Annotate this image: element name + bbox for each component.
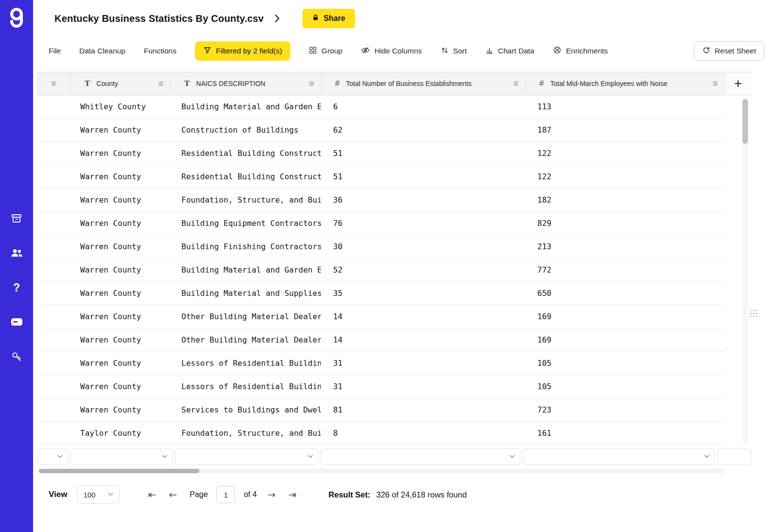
naics-description-cell[interactable]: Foundation, Structure, and Building Exte…: [170, 189, 321, 211]
establishments-cell[interactable]: 36: [321, 189, 525, 211]
table-row[interactable]: Warren County Construction of Buildings …: [36, 119, 725, 142]
data-cleanup-menu[interactable]: Data Cleanup: [79, 47, 125, 55]
add-column-button[interactable]: +: [725, 72, 751, 95]
table-row[interactable]: Whitley County Building Material and Gar…: [36, 95, 725, 119]
reset-sheet-button[interactable]: Reset Sheet: [694, 41, 764, 61]
share-button[interactable]: Share: [302, 9, 354, 28]
naics-description-cell[interactable]: Lessors of Residential Buildings: [170, 352, 321, 375]
functions-menu[interactable]: Functions: [144, 47, 177, 55]
employees-cell[interactable]: 650: [525, 282, 725, 305]
establishments-cell[interactable]: 62: [321, 119, 525, 141]
row-handle-cell[interactable]: [36, 375, 71, 398]
table-row[interactable]: Warren County Building Material and Supp…: [36, 282, 725, 305]
naics-description-cell[interactable]: Residential Building Construction: [170, 142, 321, 165]
county-cell[interactable]: Whitley County: [71, 95, 170, 118]
county-cell[interactable]: Warren County: [71, 142, 170, 165]
table-row[interactable]: Warren County Residential Building Const…: [36, 142, 725, 165]
naics-description-cell[interactable]: Building Material and Garden Equipment D…: [170, 258, 321, 281]
row-handle-cell[interactable]: [36, 328, 71, 351]
employees-cell[interactable]: 122: [525, 165, 725, 188]
horizontal-scrollbar[interactable]: [38, 469, 725, 473]
row-handle-cell[interactable]: [36, 352, 71, 375]
filter-select-next[interactable]: [717, 448, 751, 465]
employees-cell[interactable]: 829: [525, 212, 725, 235]
establishments-cell[interactable]: 8: [321, 422, 525, 445]
panel-drag-handle[interactable]: [749, 309, 758, 317]
row-handle-cell[interactable]: [36, 165, 71, 188]
employees-cell[interactable]: 169: [525, 305, 725, 328]
employees-cell[interactable]: 723: [525, 398, 725, 421]
county-cell[interactable]: Warren County: [71, 119, 170, 141]
filter-chip[interactable]: Filtered by 2 field(s): [195, 41, 290, 61]
county-cell[interactable]: Warren County: [71, 189, 170, 211]
table-row[interactable]: Warren County Services to Buildings and …: [36, 398, 725, 422]
row-handle-cell[interactable]: [36, 398, 71, 421]
naics-description-cell[interactable]: Building Equipment Contractors: [170, 212, 321, 235]
vertical-scrollbar[interactable]: [742, 97, 748, 443]
page-size-select[interactable]: 100: [77, 485, 120, 504]
row-handle-cell[interactable]: [36, 142, 71, 165]
naics-description-cell[interactable]: Building Material and Garden Equipment D…: [170, 95, 321, 118]
table-row[interactable]: Warren County Lessors of Residential Bui…: [36, 352, 725, 375]
last-page-button[interactable]: ⇥: [288, 489, 297, 500]
column-menu-icon[interactable]: ≡: [707, 79, 718, 89]
previous-page-button[interactable]: ←: [169, 489, 177, 500]
table-row[interactable]: Warren County Building Finishing Contrac…: [36, 235, 725, 258]
county-cell[interactable]: Warren County: [71, 398, 170, 421]
filter-select-county[interactable]: [71, 448, 173, 465]
row-handle-cell[interactable]: [36, 189, 71, 211]
hide-columns-menu[interactable]: Hide Columns: [361, 46, 422, 57]
row-handle-cell[interactable]: [36, 119, 71, 141]
app-logo[interactable]: [7, 7, 26, 35]
column-header-naics-description[interactable]: T NAICS DESCRIPTION ≡: [170, 72, 321, 95]
table-row[interactable]: Warren County Foundation, Structure, and…: [36, 189, 725, 212]
establishments-cell[interactable]: 51: [321, 165, 525, 188]
naics-description-cell[interactable]: Construction of Buildings: [170, 119, 321, 141]
establishments-cell[interactable]: 76: [321, 212, 525, 235]
table-row[interactable]: Warren County Other Building Material De…: [36, 305, 725, 328]
establishments-cell[interactable]: 14: [321, 328, 525, 351]
naics-description-cell[interactable]: Other Building Material Dealers: [170, 328, 321, 351]
table-row[interactable]: Warren County Lessors of Residential Bui…: [36, 375, 725, 398]
column-header-midmarch-employees[interactable]: # Total Mid-March Employees with Noise ≡: [525, 72, 725, 95]
establishments-cell[interactable]: 30: [321, 235, 525, 258]
establishments-cell[interactable]: 51: [321, 142, 525, 165]
library-icon[interactable]: [10, 212, 23, 225]
employees-cell[interactable]: 213: [525, 235, 725, 258]
chart-data-menu[interactable]: Chart Data: [485, 46, 534, 56]
column-header-county[interactable]: T County ≡: [71, 72, 170, 95]
horizontal-scrollbar-thumb[interactable]: [39, 469, 199, 473]
county-cell[interactable]: Taylor County: [71, 422, 170, 445]
county-cell[interactable]: Warren County: [71, 352, 170, 375]
naics-description-cell[interactable]: Other Building Material Dealers: [170, 305, 321, 328]
row-handle-cell[interactable]: [36, 305, 71, 328]
establishments-cell[interactable]: 6: [321, 95, 525, 118]
team-icon[interactable]: [10, 247, 23, 259]
table-row[interactable]: Warren County Building Equipment Contrac…: [36, 212, 725, 235]
naics-description-cell[interactable]: Residential Building Construction: [170, 165, 321, 188]
county-cell[interactable]: Warren County: [71, 282, 170, 305]
title-chevron-icon[interactable]: [274, 14, 280, 23]
next-page-button[interactable]: →: [267, 489, 276, 500]
api-key-icon[interactable]: [10, 350, 23, 363]
county-cell[interactable]: Warren County: [71, 212, 170, 235]
employees-cell[interactable]: 169: [525, 328, 725, 351]
column-header-total-establishments[interactable]: # Total Number of Business Establishment…: [321, 72, 525, 95]
county-cell[interactable]: Warren County: [71, 235, 170, 258]
employees-cell[interactable]: 113: [525, 95, 725, 118]
filter-select-establishments[interactable]: [321, 448, 520, 465]
first-page-button[interactable]: ⇤: [148, 489, 156, 500]
naics-description-cell[interactable]: Building Finishing Contractors: [170, 235, 321, 258]
enrichments-menu[interactable]: Enrichments: [553, 46, 608, 56]
employees-cell[interactable]: 161: [525, 422, 725, 445]
page-number-input[interactable]: [216, 486, 235, 503]
employees-cell[interactable]: 105: [525, 375, 725, 398]
column-menu-icon[interactable]: ≡: [304, 79, 314, 89]
establishments-cell[interactable]: 52: [321, 258, 525, 281]
help-icon[interactable]: ?: [10, 281, 23, 294]
row-handle-cell[interactable]: [36, 235, 71, 258]
employees-cell[interactable]: 772: [525, 258, 725, 281]
naics-description-cell[interactable]: Building Material and Supplies Dealers: [170, 282, 321, 305]
establishments-cell[interactable]: 81: [321, 398, 525, 421]
establishments-cell[interactable]: 35: [321, 282, 525, 305]
